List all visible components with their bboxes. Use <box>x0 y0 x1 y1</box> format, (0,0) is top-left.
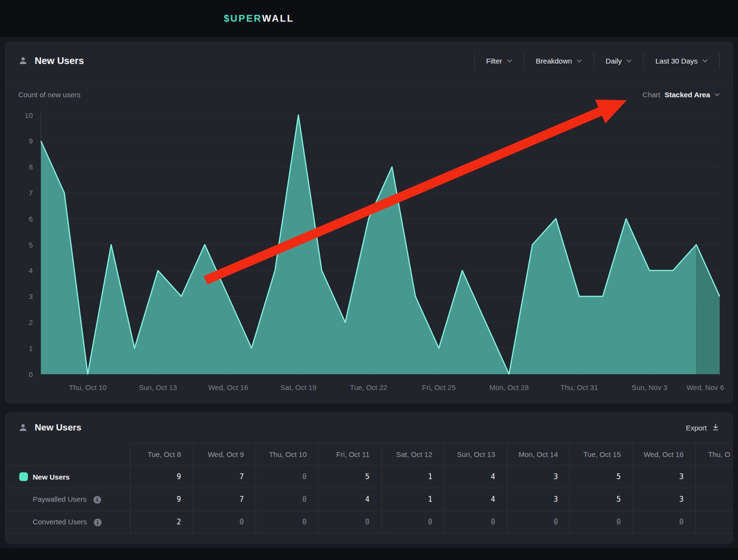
corner-cell <box>5 443 130 466</box>
topbar: $UPERWALL <box>0 0 738 37</box>
cell: 0 <box>256 488 319 511</box>
user-icon <box>18 423 28 432</box>
table-row: Converted Usersi 2 0 0 0 0 0 0 0 0 <box>5 511 733 534</box>
breakdown-dropdown[interactable]: Breakdown <box>524 52 594 69</box>
table-card-title: New Users <box>35 422 81 433</box>
series-line <box>41 115 720 374</box>
chart-controls: Filter Breakdown Daily Last 30 Days <box>474 52 720 69</box>
row-label-paywalled-users: Paywalled Usersi <box>5 488 130 511</box>
chart-type-label: Chart <box>643 91 660 99</box>
column-header: Sat, Oct 12 <box>381 443 444 466</box>
new-users-chart-card: New Users Filter Breakdown Daily Last 30… <box>5 41 733 404</box>
export-label: Export <box>686 424 707 432</box>
cell: 0 <box>381 511 444 534</box>
x-axis-label: Sun, Oct 13 <box>139 383 177 391</box>
y-axis-label: 3 <box>29 292 33 300</box>
chevron-down-icon <box>626 59 632 63</box>
cell: 1 <box>381 466 444 488</box>
cell: 5 <box>319 466 382 488</box>
row-label-new-users: New Users <box>5 466 130 488</box>
y-axis-label: 9 <box>29 137 33 145</box>
superwall-logo: $UPERWALL <box>224 0 294 37</box>
chevron-down-icon <box>714 93 720 96</box>
column-header: Sun, Oct 13 <box>444 443 507 466</box>
table-card-header: New Users Export <box>5 412 733 443</box>
download-icon <box>712 423 720 432</box>
x-axis-label: Wed, Nov 6 <box>686 383 724 391</box>
cell: 3 <box>507 466 570 488</box>
logo-prefix: $UPER <box>224 13 262 24</box>
y-axis-label: 7 <box>29 189 33 197</box>
date-range-label: Last 30 Days <box>655 57 698 65</box>
y-axis-label: 5 <box>29 241 33 249</box>
chevron-down-icon <box>702 59 708 63</box>
x-axis-label: Sat, Oct 19 <box>280 383 316 391</box>
cell: 0 <box>444 511 507 534</box>
annotation-arrow-head <box>595 100 627 124</box>
cell: 0 <box>507 511 570 534</box>
area-fill <box>41 115 696 374</box>
cell: 4 <box>319 488 382 511</box>
cell: 7 <box>193 488 256 511</box>
cell: 3 <box>633 488 696 511</box>
y-axis-label: 1 <box>29 344 33 352</box>
y-axis-label: 6 <box>29 215 33 223</box>
cell: 7 <box>193 466 256 488</box>
cell: 5 <box>570 466 633 488</box>
cell: 3 <box>633 466 696 488</box>
filter-label: Filter <box>486 57 502 65</box>
column-header: Thu, Oct 10 <box>256 443 319 466</box>
info-icon[interactable]: i <box>93 496 101 504</box>
cell: 2 <box>130 511 193 534</box>
column-header: Wed, Oct 16 <box>633 443 696 466</box>
filter-dropdown[interactable]: Filter <box>474 52 524 69</box>
interval-dropdown[interactable]: Daily <box>594 52 643 69</box>
cell: 0 <box>319 511 382 534</box>
chart-type-dropdown[interactable]: Chart Stacked Area <box>643 87 720 102</box>
cell: 4 <box>444 488 507 511</box>
column-header: Wed, Oct 9 <box>193 443 256 466</box>
x-axis-label: Thu, Oct 10 <box>69 383 106 391</box>
footer-band <box>0 548 738 560</box>
column-header: Thu, O <box>696 443 734 466</box>
annotation-arrow-shaft <box>206 110 603 280</box>
column-header: Fri, Oct 11 <box>319 443 382 466</box>
chart-type-value: Stacked Area <box>665 91 711 99</box>
chevron-down-icon <box>577 59 582 63</box>
chart-card-header: New Users Filter Breakdown Daily Last 30… <box>5 41 733 80</box>
cell: 0 <box>256 466 319 488</box>
cell: 9 <box>130 466 193 488</box>
info-icon[interactable]: i <box>94 519 102 526</box>
row-label-converted-users: Converted Usersi <box>5 511 130 534</box>
cell: 0 <box>256 511 319 534</box>
x-axis-label: Wed, Oct 16 <box>208 383 248 391</box>
cell: 0 <box>193 511 256 534</box>
table-header-row: Tue, Oct 8 Wed, Oct 9 Thu, Oct 10 Fri, O… <box>5 443 733 466</box>
cell: 4 <box>444 466 507 488</box>
x-axis-label: Fri, Oct 25 <box>422 383 456 391</box>
column-header: Tue, Oct 15 <box>570 443 633 466</box>
cell <box>696 511 734 534</box>
stacked-area-chart: 012345678910Thu, Oct 10Sun, Oct 13Wed, O… <box>5 41 733 404</box>
x-axis-label: Thu, Oct 31 <box>560 383 598 391</box>
x-axis-label: Mon, Oct 28 <box>490 383 529 391</box>
date-range-dropdown[interactable]: Last 30 Days <box>643 52 719 69</box>
area-fill-incomplete <box>696 245 720 374</box>
export-button[interactable]: Export <box>686 423 720 432</box>
cell: 1 <box>381 488 444 511</box>
chart-subtitle: Count of new users <box>18 87 80 102</box>
interval-label: Daily <box>606 57 621 65</box>
y-axis-label: 0 <box>29 370 33 378</box>
y-axis-label: 4 <box>29 266 33 274</box>
logo-suffix: WALL <box>262 13 294 24</box>
series-swatch <box>19 472 28 481</box>
breakdown-label: Breakdown <box>536 57 572 65</box>
chevron-down-icon <box>507 59 512 63</box>
y-axis-label: 2 <box>29 318 33 326</box>
table-row: Paywalled Usersi 9 7 0 4 1 4 3 5 3 <box>5 488 733 511</box>
cell <box>696 488 734 511</box>
cell <box>696 466 734 488</box>
cell: 0 <box>570 511 633 534</box>
table-row: New Users 9 7 0 5 1 4 3 5 3 <box>5 466 733 488</box>
x-axis-label: Sun, Nov 3 <box>632 383 667 391</box>
